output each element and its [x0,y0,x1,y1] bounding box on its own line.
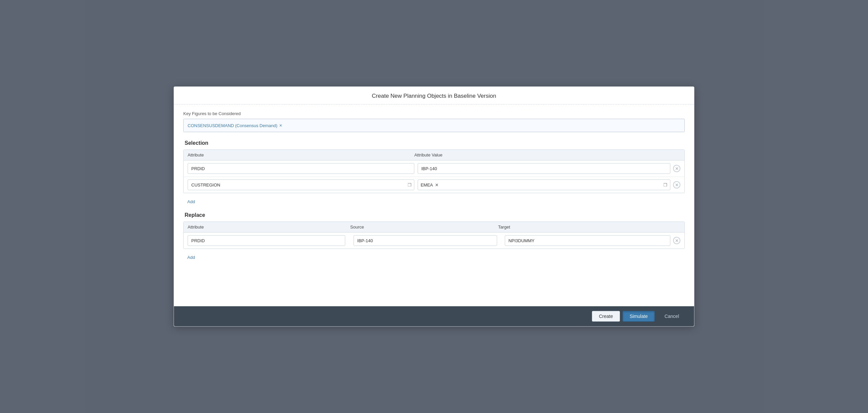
selection-row1-attrval-cell: ✕ [417,163,680,174]
selection-section-title: Selection [183,140,685,146]
selection-row2-attr-cell: ❐ [188,179,414,190]
replace-row1-source-cell [353,235,501,246]
selection-row1-attr-cell [188,163,414,174]
selection-row2-attr-copy-icon[interactable]: ❐ [408,182,412,187]
selection-row1-attr-input[interactable] [188,163,414,174]
replace-source-header: Source [350,225,498,230]
selection-row2-attrval-copy-icon[interactable]: ❐ [663,182,668,187]
replace-add-link[interactable]: Add [183,252,199,263]
key-figures-box: CONSENSUSDEMAND (Consensus Demand) × [183,119,685,132]
replace-row1-target-input[interactable] [505,235,670,246]
replace-section-title: Replace [183,212,685,218]
replace-row1-remove-icon: ✕ [675,238,679,243]
selection-row2-attrval-cell: EMEA ✕ ❐ ✕ [417,179,680,190]
selection-row2-remove-icon: ✕ [675,182,679,187]
replace-row1-target-cell: ✕ [505,235,680,246]
selection-row2-emea-tag-text: EMEA [421,182,433,187]
selection-section-block: Attribute Attribute Value ✕ [183,149,685,193]
key-figures-label: Key Figures to be Considered [183,111,685,116]
selection-attrval-header: Attribute Value [414,152,680,158]
replace-section-block: Attribute Source Target ✕ [183,221,685,249]
selection-attr-header: Attribute [188,152,414,158]
replace-target-header: Target [498,225,680,230]
selection-row2-emea-tag-remove[interactable]: ✕ [435,182,439,187]
replace-row1-remove-btn[interactable]: ✕ [673,237,680,244]
selection-table-header: Attribute Attribute Value [184,150,684,161]
replace-table-header: Attribute Source Target [184,222,684,233]
replace-row1-source-input[interactable] [353,235,497,246]
key-figures-tag: CONSENSUSDEMAND (Consensus Demand) × [188,123,282,128]
selection-row2-attrval-tagbox[interactable]: EMEA ✕ ❐ [417,179,670,190]
selection-row-2: ❐ EMEA ✕ ❐ ✕ [184,177,684,193]
selection-row2-remove-btn[interactable]: ✕ [673,181,680,188]
selection-row1-attrval-input[interactable] [417,163,670,174]
selection-row1-remove-icon: ✕ [675,166,679,171]
cancel-button[interactable]: Cancel [657,311,686,321]
replace-row1-attr-input[interactable] [188,235,345,246]
selection-row-1: ✕ [184,161,684,177]
dialog-header: Create New Planning Objects in Baseline … [174,87,694,104]
dialog-overlay: Create New Planning Objects in Baseline … [0,0,868,413]
replace-row-1: ✕ [184,233,684,248]
simulate-button[interactable]: Simulate [623,311,655,321]
dialog-container: Create New Planning Objects in Baseline … [174,87,694,326]
replace-row1-attr-cell [188,235,350,246]
dialog-title: Create New Planning Objects in Baseline … [372,93,496,99]
selection-row2-attr-input[interactable] [188,179,414,190]
selection-add-link[interactable]: Add [183,197,199,207]
create-button[interactable]: Create [592,311,620,321]
selection-row2-attr-input-wrap: ❐ [188,179,414,190]
dialog-footer: Create Simulate Cancel [174,306,694,326]
replace-attr-header: Attribute [188,225,350,230]
key-figures-tag-text: CONSENSUSDEMAND (Consensus Demand) [188,123,277,128]
selection-row1-remove-btn[interactable]: ✕ [673,165,680,172]
dialog-body: Key Figures to be Considered CONSENSUSDE… [174,104,694,306]
key-figures-tag-remove[interactable]: × [279,123,282,128]
